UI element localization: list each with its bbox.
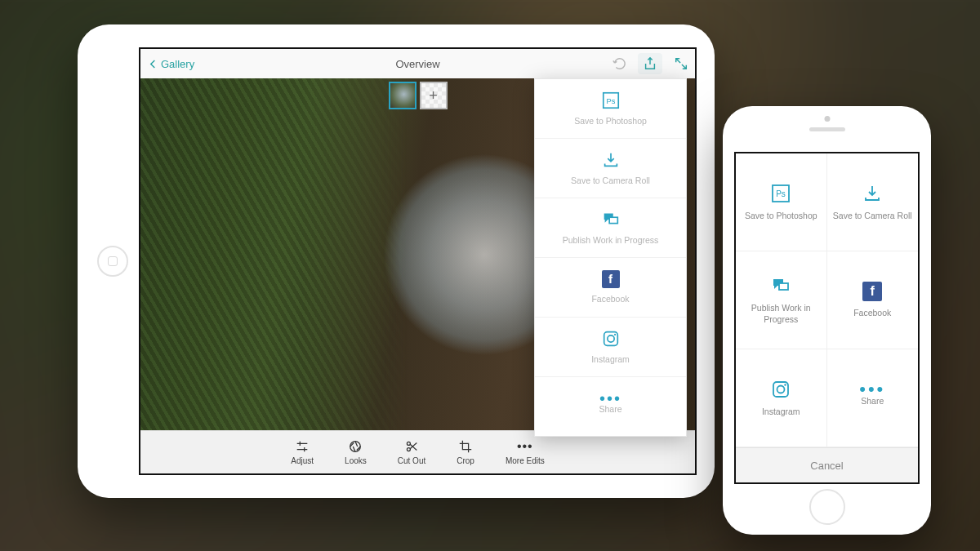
iphone-camera [824,116,830,122]
share-label: Share [861,396,884,407]
tool-adjust[interactable]: Adjust [291,439,314,465]
share-button[interactable] [638,53,662,74]
share-label: Publish Work in Progress [563,235,659,246]
svg-point-8 [613,334,615,335]
tool-label: More Edits [506,456,545,465]
fullscreen-button[interactable] [674,56,688,71]
svg-point-13 [777,385,785,393]
facebook-icon: f [862,282,882,301]
chevron-left-icon [149,60,158,69]
share-label: Facebook [853,308,891,318]
facebook-icon: f [602,270,620,288]
iphone-screen: Ps Save to Photoshop Save to Camera Roll… [734,152,920,484]
expand-icon [674,56,688,71]
ipad-device-frame: Gallery Overview 2014 + [78,24,715,498]
layer-thumbnails: + [389,82,448,109]
tool-cutout[interactable]: Cut Out [398,439,425,465]
svg-point-14 [785,384,786,385]
tool-label: Cut Out [398,456,425,465]
share-publish[interactable]: Publish Work in Progress [736,251,827,349]
back-label: Gallery [161,58,194,70]
tool-label: Crop [457,456,474,465]
share-camera-roll[interactable]: Save to Camera Roll [535,139,686,198]
tool-crop[interactable]: Crop [457,439,474,465]
layer-thumb-1[interactable] [389,82,416,109]
share-label: Save to Photoshop [745,211,817,221]
share-facebook[interactable]: f Facebook [535,258,686,318]
share-instagram[interactable]: Instagram [736,349,827,447]
share-more[interactable]: ••• Share [535,377,686,436]
add-layer-button[interactable]: + [420,82,448,109]
sliders-icon [295,439,310,454]
iphone-device-frame: Ps Save to Photoshop Save to Camera Roll… [723,106,931,535]
svg-rect-5 [609,217,617,223]
share-more[interactable]: ••• Share [827,349,919,447]
share-icon [643,56,657,71]
svg-point-0 [350,442,361,452]
undo-button[interactable] [612,56,626,71]
cancel-button[interactable]: Cancel [736,447,918,482]
share-instagram[interactable]: Instagram [535,318,686,377]
ipad-screen: Gallery Overview 2014 + [139,47,697,475]
share-photoshop[interactable]: Ps Save to Photoshop [736,153,827,251]
share-label: Facebook [591,294,629,304]
svg-point-2 [407,448,410,451]
share-label: Instagram [762,407,800,417]
share-photoshop[interactable]: Ps Save to Photoshop [535,79,686,139]
svg-text:Ps: Ps [776,189,786,198]
chat-icon [601,210,621,229]
instagram-icon [770,379,791,400]
aperture-icon [348,439,363,454]
back-button[interactable]: Gallery [140,58,194,70]
share-label: Save to Camera Roll [571,176,650,186]
instagram-icon [601,329,621,349]
share-grid: Ps Save to Photoshop Save to Camera Roll… [736,153,918,447]
share-label: Share [599,404,621,415]
ipad-home-button[interactable] [97,246,128,277]
chat-icon [770,275,791,296]
svg-point-7 [607,335,613,342]
share-label: Instagram [591,354,630,365]
iphone-speaker [809,127,845,131]
share-label: Save to Camera Roll [833,211,912,221]
tool-label: Looks [345,456,367,465]
photoshop-icon: Ps [601,91,621,110]
crop-icon [458,439,473,454]
nav-right-actions [612,49,688,78]
download-icon [862,183,883,204]
more-icon: ••• [518,439,532,454]
photoshop-icon: Ps [770,183,791,204]
svg-text:Ps: Ps [606,97,615,105]
share-label: Publish Work in Progress [741,303,822,324]
tool-looks[interactable]: Looks [345,439,367,465]
scissors-icon [404,439,419,454]
svg-rect-11 [779,283,788,290]
tool-label: Adjust [291,456,314,465]
tool-more-edits[interactable]: ••• More Edits [506,439,545,465]
share-camera-roll[interactable]: Save to Camera Roll [827,153,919,251]
iphone-home-button[interactable] [809,489,845,525]
share-publish[interactable]: Publish Work in Progress [535,198,686,258]
share-label: Save to Photoshop [574,116,647,127]
nav-bar: Gallery Overview [140,49,695,79]
svg-point-1 [407,442,410,445]
plus-icon: + [429,87,438,104]
download-icon [601,150,621,170]
share-menu: Ps Save to Photoshop Save to Camera Roll… [534,78,687,437]
cancel-label: Cancel [810,460,843,472]
undo-icon [612,56,626,71]
share-facebook[interactable]: f Facebook [827,251,919,349]
